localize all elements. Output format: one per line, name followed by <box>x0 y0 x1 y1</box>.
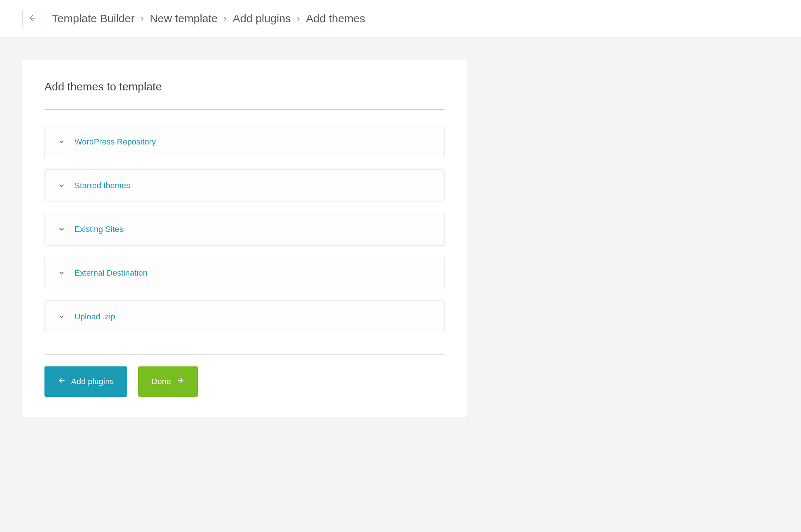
accordion-label: WordPress Repository <box>74 137 156 147</box>
accordion-label: External Destination <box>74 268 147 278</box>
accordion-wordpress-repository[interactable]: WordPress Repository <box>44 126 445 158</box>
breadcrumb-item-template-builder[interactable]: Template Builder <box>52 12 134 25</box>
accordion-existing-sites[interactable]: Existing Sites <box>44 213 445 246</box>
chevron-down-icon <box>58 182 65 189</box>
accordion-label: Existing Sites <box>74 225 123 234</box>
button-label: Done <box>152 377 171 386</box>
back-button[interactable] <box>22 9 43 28</box>
breadcrumb-item-add-plugins[interactable]: Add plugins <box>233 12 291 25</box>
button-row: Add plugins Done <box>44 366 445 397</box>
accordion-upload-zip[interactable]: Upload .zip <box>44 300 445 333</box>
add-plugins-button[interactable]: Add plugins <box>44 366 127 397</box>
chevron-right-icon: › <box>140 13 144 24</box>
button-label: Add plugins <box>71 377 114 386</box>
content-area: Add themes to template WordPress Reposit… <box>0 37 801 440</box>
header-bar: Template Builder › New template › Add pl… <box>0 0 801 37</box>
chevron-down-icon <box>58 139 65 145</box>
accordion-list: WordPress Repository Starred themes Exis… <box>44 126 445 333</box>
accordion-external-destination[interactable]: External Destination <box>44 257 445 289</box>
page-title: Add themes to template <box>44 80 445 93</box>
divider <box>44 109 445 110</box>
breadcrumb-item-add-themes[interactable]: Add themes <box>306 12 365 25</box>
chevron-right-icon: › <box>297 13 300 24</box>
accordion-starred-themes[interactable]: Starred themes <box>44 169 445 202</box>
divider <box>44 354 445 355</box>
arrow-left-icon <box>28 14 37 24</box>
chevron-right-icon: › <box>224 13 227 24</box>
breadcrumb-item-new-template[interactable]: New template <box>150 12 217 25</box>
arrow-right-icon <box>176 376 185 387</box>
accordion-label: Upload .zip <box>74 312 115 322</box>
card-panel: Add themes to template WordPress Reposit… <box>22 60 467 418</box>
done-button[interactable]: Done <box>138 366 198 397</box>
accordion-label: Starred themes <box>74 181 130 190</box>
chevron-down-icon <box>58 226 65 233</box>
breadcrumb: Template Builder › New template › Add pl… <box>52 12 365 25</box>
arrow-left-icon <box>58 376 66 387</box>
chevron-down-icon <box>58 270 65 276</box>
chevron-down-icon <box>58 313 65 320</box>
